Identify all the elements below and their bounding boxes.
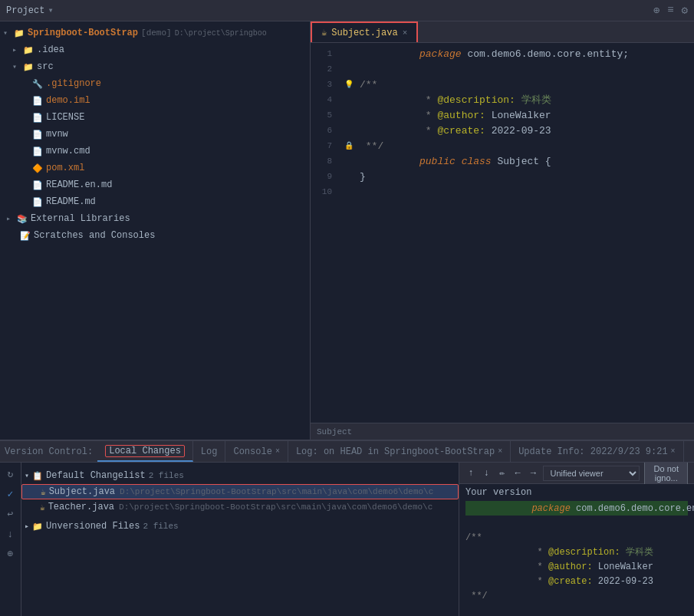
sidebar-item-demoixml[interactable]: ▸ 📄 demo.iml [0, 92, 310, 109]
tab-console[interactable]: Console × [225, 441, 288, 462]
log-head-close[interactable]: × [498, 447, 502, 456]
readme-en-icon: 📄 [32, 180, 43, 190]
btn-add[interactable]: ⊕ [2, 545, 19, 562]
root-badge: [demo] [141, 28, 172, 38]
tab-label: Subject.java [331, 28, 397, 38]
toolbar-icon-2[interactable]: ≡ [667, 4, 673, 17]
breadcrumb-subject: Subject [317, 427, 352, 436]
sidebar-item-src[interactable]: ▾ 📁 src [0, 58, 310, 75]
change-item-subject[interactable]: ☕ Subject.java D:\project\Springboot-Boo… [21, 484, 459, 499]
code-line-8: 8 public class Subject { [311, 153, 694, 169]
diff-nav-edit[interactable]: ✏ [497, 466, 508, 481]
code-line-6: 6 * @create: 2022-09-23 [311, 123, 694, 138]
tab-subject-java[interactable]: ☕ Subject.java × [311, 21, 418, 42]
local-changes-label: Local Changes [105, 445, 185, 457]
unversioned-arrow: ▸ [25, 522, 29, 531]
unversioned-count: 2 files [143, 522, 178, 531]
diff-nav-down[interactable]: ↓ [481, 466, 492, 481]
code-line-9: 9 } [311, 169, 694, 184]
kw-package: package [419, 48, 467, 60]
root-path: D:\project\Springboot-BootStrap [175, 29, 267, 38]
sidebar-item-idea[interactable]: ▸ 📁 .idea [0, 41, 310, 58]
console-label: Console [233, 446, 271, 457]
btn-check[interactable]: ✓ [2, 486, 19, 502]
kw-public: public [419, 156, 462, 167]
tab-java-icon: ☕ [321, 27, 327, 38]
teacher-java-name: Teacher.java [48, 502, 114, 512]
annotation-create: @create: [437, 125, 485, 137]
toolbar-icon-3[interactable]: ⚙ [682, 4, 688, 17]
update-info-label: Update Info: 2022/9/23 9:21 [518, 446, 667, 457]
code-editor[interactable]: 1 package com.demo6.demo.core.entity; 2 … [311, 43, 694, 423]
package-path: com.demo6.demo.core.entity; [467, 48, 629, 60]
title-bar-project[interactable]: Project ▾ [6, 5, 54, 16]
changelist-arrow: ▾ [25, 471, 29, 480]
btn-refresh[interactable]: ↻ [2, 466, 19, 483]
diff-ignore-btn[interactable]: Do not igno... [644, 463, 688, 485]
sidebar-root[interactable]: ▾ 📁 Springboot-BootStrap [demo] D:\proje… [0, 25, 310, 41]
log-label: Log [201, 446, 218, 457]
btn-download[interactable]: ↓ [2, 525, 19, 542]
bottom-left-toolbar: ↻ ✓ ↩ ↓ ⊕ [0, 463, 21, 616]
editor-status-bar: Subject [311, 423, 694, 440]
console-close[interactable]: × [275, 447, 280, 456]
pomxml-icon: 🔶 [32, 163, 43, 173]
change-group-unversioned: ▸ 📁 Unversioned Files 2 files [21, 516, 459, 536]
root-folder-icon: 📁 [14, 28, 25, 38]
editor-area: ☕ Subject.java × 1 package com.demo6.dem… [311, 21, 694, 440]
scratches-icon: 📝 [20, 231, 31, 241]
subject-java-name: Subject.java [49, 486, 115, 497]
diff-content: Your version package com.demo6.demo.core… [459, 484, 694, 616]
diff-nav-up[interactable]: ↑ [465, 466, 476, 481]
sidebar-item-pomxml[interactable]: ▸ 🔶 pom.xml [0, 160, 310, 176]
tab-log[interactable]: Log [193, 441, 226, 462]
sidebar-tree: ▾ 📁 Springboot-BootStrap [demo] D:\proje… [0, 21, 310, 440]
tab-update-info[interactable]: Update Info: 2022/9/23 9:21 × [511, 441, 683, 462]
change-item-teacher[interactable]: ☕ Teacher.java D:\project\Springboot-Boo… [21, 499, 459, 515]
toolbar-icon-1[interactable]: ⊕ [653, 4, 659, 17]
sidebar-item-gitignore[interactable]: ▸ 🔧 .gitignore [0, 75, 310, 92]
readme-en-label: README.en.md [46, 180, 112, 190]
title-bar: Project ▾ ⊕ ≡ ⚙ [0, 0, 694, 21]
comment-prefix-6: * [419, 125, 437, 137]
project-dropdown-icon[interactable]: ▾ [48, 5, 53, 16]
title-bar-icons: ⊕ ≡ ⚙ [653, 4, 688, 17]
root-label: Springboot-BootStrap [28, 28, 138, 38]
diff-toolbar: ↑ ↓ ✏ ← → Unified viewer Side-by-side vi… [459, 463, 694, 484]
log-head-label: Log: on HEAD in Springboot-BootStrap [296, 446, 495, 457]
teacher-java-path: D:\project\Springboot-BootStrap\src\main… [119, 502, 433, 512]
diff-nav-back[interactable]: ← [512, 466, 523, 481]
sidebar-item-scratches[interactable]: ▸ 📝 Scratches and Consoles [0, 227, 310, 244]
code-line-1: 1 package com.demo6.demo.core.entity; [311, 46, 694, 61]
gitignore-label: .gitignore [46, 78, 101, 89]
tab-local-changes[interactable]: Local Changes [97, 441, 193, 462]
sidebar-item-ext-libs[interactable]: ▸ 📚 External Libraries [0, 210, 310, 227]
sidebar-item-readme[interactable]: ▸ 📄 README.md [0, 193, 310, 210]
changes-list: ▾ 📋 Default Changelist 2 files ☕ Subject… [21, 463, 459, 616]
sidebar-item-mvnwcmd[interactable]: ▸ 📄 mvnw.cmd [0, 143, 310, 160]
sidebar-item-license[interactable]: ▸ 📄 LICENSE [0, 109, 310, 126]
btn-rollback[interactable]: ↩ [2, 506, 19, 522]
root-arrow: ▾ [3, 28, 12, 38]
scratches-label: Scratches and Consoles [34, 230, 155, 241]
code-line-10: 10 [311, 184, 694, 199]
mvnw-icon: 📄 [32, 130, 43, 140]
tab-log-head[interactable]: Log: on HEAD in Springboot-BootStrap × [288, 441, 511, 462]
diff-viewer-select[interactable]: Unified viewer Side-by-side viewer [543, 466, 640, 481]
src-label: src [37, 61, 54, 72]
change-group-unversioned-header[interactable]: ▸ 📁 Unversioned Files 2 files [21, 518, 459, 535]
sidebar: ▾ 📁 Springboot-BootStrap [demo] D:\proje… [0, 21, 311, 440]
src-arrow: ▾ [12, 62, 21, 71]
idea-arrow: ▸ [12, 45, 21, 54]
idea-label: .idea [37, 44, 64, 55]
sidebar-item-readme-en[interactable]: ▸ 📄 README.en.md [0, 176, 310, 193]
update-info-close[interactable]: × [671, 447, 676, 456]
sidebar-item-mvnw[interactable]: ▸ 📄 mvnw [0, 126, 310, 143]
tab-close-icon[interactable]: × [403, 28, 408, 38]
bottom-content: ↻ ✓ ↩ ↓ ⊕ ▾ 📋 Default Changelist 2 files… [0, 463, 694, 616]
diff-line-1: package com.demo6.demo.core.entity [465, 501, 688, 516]
mvnw-label: mvnw [46, 129, 68, 140]
diff-nav-forward[interactable]: → [528, 466, 538, 481]
change-group-default-header[interactable]: ▾ 📋 Default Changelist 2 files [21, 467, 459, 484]
pomxml-label: pom.xml [46, 163, 84, 173]
